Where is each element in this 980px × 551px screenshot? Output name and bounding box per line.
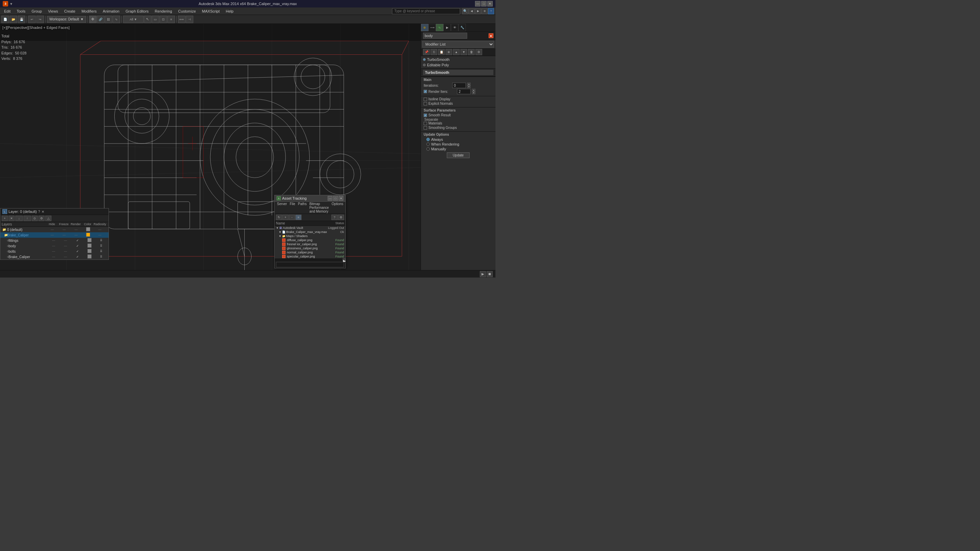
menu-create[interactable]: Create	[61, 8, 78, 14]
layer-body-radiosity[interactable]: ⠿	[95, 244, 107, 248]
layer-body-color[interactable]	[83, 243, 95, 248]
mod-icon-paste[interactable]: 📋	[438, 49, 445, 55]
turbosmooth-section-header[interactable]: TurboSmooth	[423, 70, 493, 75]
menu-animation[interactable]: Animation	[100, 8, 122, 14]
layer-row-body[interactable]: ○ body — — ✓ ⠿	[0, 243, 108, 249]
layer-highlight-btn[interactable]: ⊙	[32, 216, 38, 221]
rect-select-btn[interactable]: ▭	[152, 16, 159, 23]
asset-maximize-btn[interactable]: □	[333, 196, 338, 201]
menu-tools[interactable]: Tools	[14, 8, 28, 14]
asset-row-specular[interactable]: specular_caliper.png Found	[275, 254, 345, 259]
asset-path-input[interactable]	[276, 262, 344, 267]
object-name-input[interactable]	[423, 33, 467, 39]
iterations-up-btn[interactable]: ▲	[467, 83, 471, 86]
radio-manually[interactable]: Manually	[426, 147, 493, 151]
unlink-btn[interactable]: ⛓	[105, 16, 112, 23]
isoline-checkbox[interactable]	[424, 98, 427, 101]
save-btn[interactable]: 💾	[18, 16, 25, 23]
layer-radiosity-toggle[interactable]: —	[94, 228, 106, 231]
toolbar-btn-2[interactable]: ▶	[475, 8, 481, 14]
layer-freeze-toggle[interactable]: —	[58, 228, 70, 231]
layer-row-fittings[interactable]: ○ fittings — — ✓ ⠿	[0, 238, 108, 243]
asset-row-glossiness[interactable]: glossiness_caliper.png Found	[275, 246, 345, 250]
layer-fittings-hide[interactable]: —	[48, 239, 60, 242]
layer-fittings-render[interactable]: ✓	[72, 239, 83, 242]
mod-icon-copy[interactable]: ⎘	[430, 49, 437, 55]
layer-fittings-radiosity[interactable]: ⠿	[95, 239, 107, 242]
play-btn[interactable]: ▶	[480, 271, 486, 277]
asset-menu-file[interactable]: File	[288, 202, 296, 213]
menu-help[interactable]: Help	[223, 8, 237, 14]
modifier-entry-editpoly[interactable]: Editable Poly	[421, 62, 495, 68]
render-iters-up-btn[interactable]: ▲	[472, 89, 476, 92]
tab-motion[interactable]: ▶	[443, 24, 451, 31]
search-input[interactable]	[392, 8, 460, 14]
menu-group[interactable]: Group	[29, 8, 45, 14]
asset-row-maps[interactable]: ▼ 📁 Maps / Shaders	[275, 234, 345, 238]
layer-bc-freeze[interactable]: —	[60, 255, 72, 259]
select-name-btn[interactable]: ≡	[167, 16, 175, 23]
materials-checkbox[interactable]	[424, 122, 427, 125]
asset-menu-bitmap[interactable]: Bitmap Performance and Memory	[308, 202, 330, 213]
asset-row-normal[interactable]: normal_caliper.png Found	[275, 250, 345, 254]
menu-maxscript[interactable]: MAXScript	[199, 8, 223, 14]
layer-brake-render[interactable]: —	[70, 233, 82, 237]
layer-row-brake-caliper-sub[interactable]: ○ Brake_Caliper — — ✓ ⠿	[0, 254, 108, 259]
asset-close-btn[interactable]: ✕	[339, 196, 343, 201]
layer-bc-radiosity[interactable]: ⠿	[95, 255, 107, 259]
maximize-button[interactable]: □	[481, 1, 487, 6]
tab-utilities[interactable]: 🔧	[458, 24, 466, 31]
asset-expand-btn[interactable]: +	[282, 214, 288, 220]
layer-body-hide[interactable]: —	[48, 244, 60, 248]
update-button[interactable]: Update	[447, 152, 469, 158]
mod-icon-pin[interactable]: 📌	[423, 49, 430, 55]
mod-icon-delete[interactable]: 🗑	[468, 49, 475, 55]
tab-hierarchy[interactable]: ∿	[436, 24, 443, 31]
toolbar-btn-3[interactable]: ⊕	[482, 8, 488, 14]
render-iters-down-btn[interactable]: ▼	[472, 92, 476, 94]
layer-bolts-hide[interactable]: —	[48, 250, 60, 253]
asset-list-btn[interactable]: ≡	[295, 214, 301, 220]
layer-bolts-freeze[interactable]: —	[60, 250, 72, 253]
smooth-result-checkbox[interactable]	[424, 114, 427, 117]
explicit-normals-checkbox[interactable]	[424, 102, 427, 105]
asset-minimize-btn[interactable]: —	[328, 196, 332, 201]
layer-brake-color[interactable]	[82, 233, 94, 237]
layer-brake-radiosity[interactable]: —	[94, 233, 106, 237]
layer-row-brake-caliper[interactable]: 📁 Brake_Caliper — — — —	[0, 232, 108, 238]
menu-customize[interactable]: Customize	[176, 8, 199, 14]
tab-modify[interactable]: ⟿	[428, 24, 436, 31]
layer-bolts-radiosity[interactable]: ⠿	[95, 250, 107, 253]
menu-rendering[interactable]: Rendering	[152, 8, 175, 14]
layer-bc-hide[interactable]: —	[48, 255, 60, 259]
layer-bc-render[interactable]: ✓	[72, 255, 83, 259]
bind-spacewarp-btn[interactable]: ∿	[113, 16, 120, 23]
layer-help-btn[interactable]: ?	[38, 210, 40, 214]
layer-delete-btn[interactable]: ✕	[8, 216, 14, 221]
tab-create[interactable]: ⊕	[421, 24, 428, 31]
render-iters-checkbox[interactable]	[424, 90, 427, 93]
render-iters-input[interactable]	[457, 89, 471, 94]
help-button[interactable]: ?	[488, 8, 494, 14]
radio-always[interactable]: Always	[426, 137, 493, 141]
layer-settings-btn[interactable]: ⚙	[38, 216, 45, 221]
redo-btn[interactable]: ↪	[37, 16, 44, 23]
mod-icon-move-up[interactable]: ▲	[453, 49, 460, 55]
asset-scroll-right[interactable]: ▶	[343, 259, 345, 261]
asset-refresh-btn[interactable]: ↻	[276, 214, 282, 220]
open-btn[interactable]: 📂	[10, 16, 17, 23]
asset-row-file[interactable]: ▼ 📄 Brake_Caliper_max_vray.max Ok	[275, 230, 345, 234]
workspace-dropdown[interactable]: Workspace: Default ▼	[47, 16, 86, 23]
asset-menu-server[interactable]: Server	[276, 202, 288, 213]
layer-fittings-color[interactable]	[83, 238, 95, 243]
radio-when-rendering[interactable]: When Rendering	[426, 142, 493, 146]
asset-row-diffuse[interactable]: diffuse_caliper.png Found	[275, 238, 345, 242]
layer-brake-hide[interactable]: —	[46, 233, 58, 237]
layer-render-toggle[interactable]: —	[70, 228, 82, 231]
asset-scrollbar[interactable]	[275, 259, 343, 261]
layer-body-freeze[interactable]: —	[60, 244, 72, 248]
menu-graph-editors[interactable]: Graph Editors	[123, 8, 151, 14]
minimize-button[interactable]: —	[475, 1, 480, 6]
modifier-list-dropdown[interactable]: Modifier List	[422, 41, 494, 48]
select-filter[interactable]: All ▼	[123, 16, 143, 23]
